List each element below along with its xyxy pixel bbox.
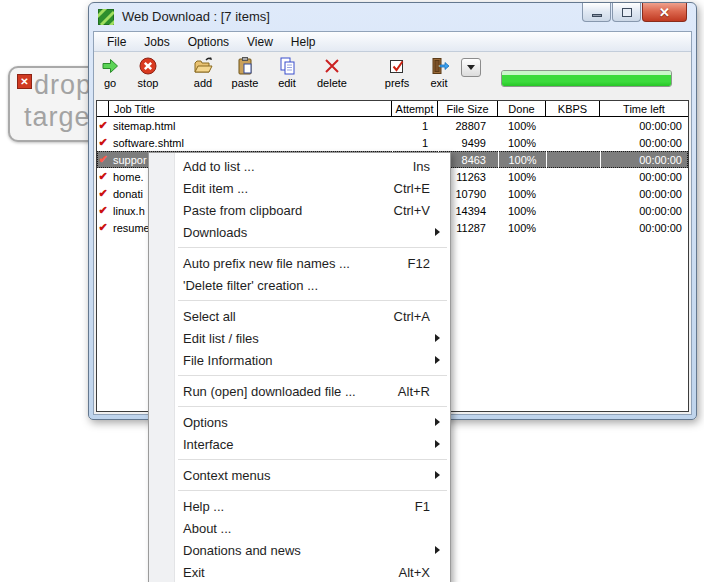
close-icon: ✕ xyxy=(659,5,670,20)
check-icon: ✔ xyxy=(97,168,109,185)
go-button-label: go xyxy=(104,77,116,89)
menu-item-label: Select all xyxy=(183,309,394,324)
delete-button[interactable]: delete xyxy=(316,56,348,89)
add-button[interactable]: add xyxy=(187,56,219,89)
menu-item-shortcut: F12 xyxy=(408,256,430,271)
menu-item-label: Options xyxy=(183,415,440,430)
menu-item-edit-list-files[interactable]: Edit list / files xyxy=(149,327,450,349)
delete-x-icon xyxy=(322,56,342,76)
menu-item-interface[interactable]: Interface xyxy=(149,433,450,455)
menu-separator xyxy=(178,490,447,491)
submenu-arrow-icon xyxy=(435,440,440,448)
menu-item-file-information[interactable]: File Information xyxy=(149,349,450,371)
header-icon-col[interactable] xyxy=(97,101,109,116)
table-row[interactable]: ✔ sitemap.html 1 28807 100% 00:00:00 xyxy=(97,117,688,134)
menu-item-shortcut: Ctrl+E xyxy=(394,181,430,196)
header-attempt[interactable]: Attempt xyxy=(392,101,438,116)
cell-kbps xyxy=(546,202,600,219)
close-button[interactable]: ✕ xyxy=(642,3,687,22)
cell-attempt: 1 xyxy=(392,117,438,134)
go-arrow-icon xyxy=(100,56,120,76)
menu-item-add-to-list[interactable]: Add to list ... Ins xyxy=(149,155,450,177)
header-kbps[interactable]: KBPS xyxy=(546,101,600,116)
go-button[interactable]: go xyxy=(94,56,126,89)
stop-button-label: stop xyxy=(138,77,159,89)
menu-item-label: About ... xyxy=(183,521,440,536)
menu-item-label: Downloads xyxy=(183,225,440,240)
menu-item-label: Edit list / files xyxy=(183,331,440,346)
check-icon: ✔ xyxy=(97,219,109,236)
header-time-left[interactable]: Time left xyxy=(600,101,688,116)
menu-separator xyxy=(178,300,447,301)
menu-help[interactable]: Help xyxy=(282,35,325,49)
menu-item-label: Exit xyxy=(183,565,399,580)
menu-item-exit[interactable]: Exit Alt+X xyxy=(149,561,450,582)
table-header: Job Title Attempt File Size Done KBPS Ti… xyxy=(97,101,688,117)
delete-button-label: delete xyxy=(317,77,347,89)
toolbar-dropdown-button[interactable] xyxy=(461,58,481,77)
menu-view[interactable]: View xyxy=(238,35,282,49)
header-file-size[interactable]: File Size xyxy=(438,101,498,116)
stop-button[interactable]: stop xyxy=(132,56,164,89)
menu-item-context-menus[interactable]: Context menus xyxy=(149,464,450,486)
window-controls: ✕ xyxy=(581,3,687,22)
cell-time-left: 00:00:00 xyxy=(600,168,688,185)
maximize-button[interactable] xyxy=(612,3,641,22)
menu-item-label: File Information xyxy=(183,353,440,368)
menu-item-about[interactable]: About ... xyxy=(149,517,450,539)
check-icon: ✔ xyxy=(97,185,109,202)
menu-item-label: Donations and news xyxy=(183,543,440,558)
menu-item-options[interactable]: Options xyxy=(149,411,450,433)
menu-options[interactable]: Options xyxy=(179,35,238,49)
menu-item-shortcut: F1 xyxy=(415,499,430,514)
menu-item-edit-item[interactable]: Edit item ... Ctrl+E xyxy=(149,177,450,199)
door-arrow-icon xyxy=(429,56,449,76)
progress-bar xyxy=(501,70,672,87)
paste-button[interactable]: paste xyxy=(229,56,261,89)
menu-separator xyxy=(178,247,447,248)
cell-done: 100% xyxy=(498,151,546,168)
menu-separator xyxy=(178,375,447,376)
cell-time-left: 00:00:00 xyxy=(600,134,688,151)
minimize-button[interactable] xyxy=(582,3,611,22)
cell-kbps xyxy=(546,185,600,202)
submenu-arrow-icon xyxy=(435,356,440,364)
menu-item-auto-prefix[interactable]: Auto prefix new file names ... F12 xyxy=(149,252,450,274)
clipboard-icon xyxy=(235,56,255,76)
cell-kbps xyxy=(546,219,600,236)
prefs-button[interactable]: prefs xyxy=(381,56,413,89)
menu-item-shortcut: Ctrl+V xyxy=(394,203,430,218)
menu-separator xyxy=(178,406,447,407)
menu-item-donations-and-news[interactable]: Donations and news xyxy=(149,539,450,561)
header-job-title[interactable]: Job Title xyxy=(109,101,392,116)
menu-jobs[interactable]: Jobs xyxy=(135,35,178,49)
checkbox-check-icon xyxy=(387,56,407,76)
prefs-button-label: prefs xyxy=(385,77,409,89)
menu-item-paste-from-clipboard[interactable]: Paste from clipboard Ctrl+V xyxy=(149,199,450,221)
menu-item-run-downloaded-file[interactable]: Run (open] downloaded file ... Alt+R xyxy=(149,380,450,402)
title-bar[interactable]: Web Download : [7 items] ✕ xyxy=(89,3,696,31)
menu-item-delete-filter-creation[interactable]: 'Delete filter' creation ... xyxy=(149,274,450,296)
copy-pages-icon xyxy=(277,56,297,76)
cell-file-size: 28807 xyxy=(438,117,498,134)
menu-item-label: Help ... xyxy=(183,499,415,514)
drop-target-close-icon[interactable]: ✕ xyxy=(17,74,32,89)
menu-item-label: 'Delete filter' creation ... xyxy=(183,278,440,293)
table-row[interactable]: ✔ software.shtml 1 9499 100% 00:00:00 xyxy=(97,134,688,151)
menu-separator xyxy=(178,459,447,460)
cell-job-title: software.shtml xyxy=(109,134,392,151)
cell-time-left: 00:00:00 xyxy=(600,185,688,202)
header-done[interactable]: Done xyxy=(498,101,546,116)
exit-button-label: exit xyxy=(430,77,447,89)
edit-button[interactable]: edit xyxy=(271,56,303,89)
cell-done: 100% xyxy=(498,134,546,151)
menu-item-shortcut: Alt+X xyxy=(399,565,430,580)
cell-file-size: 9499 xyxy=(438,134,498,151)
check-icon: ✔ xyxy=(97,134,109,151)
menu-item-help[interactable]: Help ... F1 xyxy=(149,495,450,517)
menu-item-downloads[interactable]: Downloads xyxy=(149,221,450,243)
menu-file[interactable]: File xyxy=(98,35,135,49)
menu-item-select-all[interactable]: Select all Ctrl+A xyxy=(149,305,450,327)
menu-item-shortcut: Ctrl+A xyxy=(394,309,430,324)
exit-button[interactable]: exit xyxy=(423,56,455,89)
